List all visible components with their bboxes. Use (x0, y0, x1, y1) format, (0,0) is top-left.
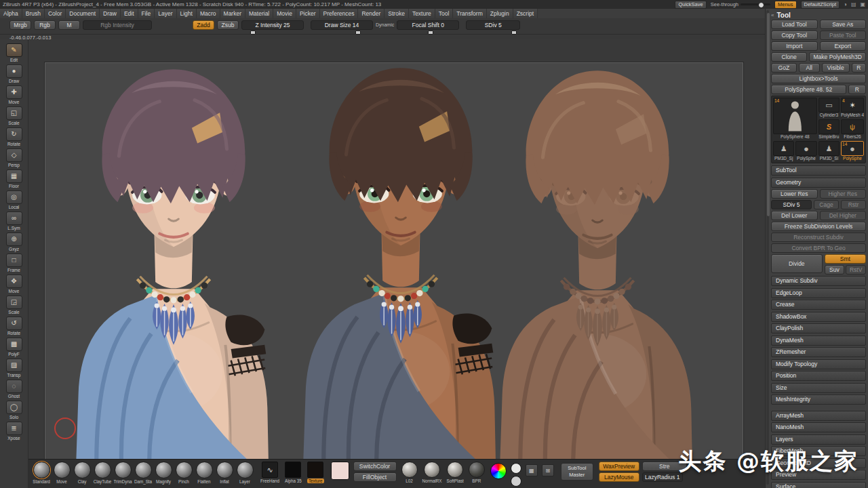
left-tool-button[interactable]: ● Draw (4, 63, 24, 84)
left-tool-button[interactable]: ≣ Xpose (4, 420, 24, 441)
subtool-section[interactable]: SubTool (771, 165, 866, 176)
menu-item[interactable]: Transform (453, 9, 486, 18)
palette-subsection[interactable]: DynaMesh (771, 336, 866, 346)
see-through-slider[interactable]: See-through (711, 1, 770, 7)
tool-thumbnail[interactable]: PM3D_Si (818, 141, 840, 161)
menu-item[interactable]: Marker (220, 9, 245, 18)
reconstruct-subdiv-button[interactable]: Reconstruct Subdiv (771, 232, 866, 242)
brush-button[interactable]: ClayTube (92, 462, 113, 484)
left-tool-button[interactable]: ◯ Solo (4, 399, 24, 420)
brush-button[interactable]: Clay (72, 462, 92, 484)
tool-thumbnail[interactable]: Cylinder3 (818, 98, 840, 118)
current-color-swatch[interactable] (331, 462, 349, 480)
palette-subsection[interactable]: Dynamic Subdiv (771, 276, 866, 286)
left-tool-button[interactable]: ◎ Local (4, 189, 24, 210)
sdiv-slider[interactable]: SDiv 5 (466, 20, 520, 30)
suv-button[interactable]: Suv (825, 265, 845, 274)
menu-item[interactable]: Color (45, 9, 66, 18)
sculpt-canvas[interactable] (45, 62, 743, 460)
smt-button[interactable]: Smt (825, 254, 866, 264)
menu-item[interactable]: Zscript (513, 9, 538, 18)
load-tool-button[interactable]: Load Tool (771, 20, 818, 29)
lightbox-tools-button[interactable]: Lightbox>Tools (771, 74, 866, 83)
menu-item[interactable]: Light (177, 9, 197, 18)
layout-icon[interactable]: ▤ (851, 1, 856, 7)
zsub-button[interactable]: Zsub (217, 20, 239, 30)
palette-section[interactable]: Layers (771, 434, 866, 445)
brush-button[interactable]: Pinch (174, 462, 194, 484)
left-tool-button[interactable]: ✥ Move (4, 273, 24, 294)
import-button[interactable]: Import (771, 41, 818, 51)
menu-item[interactable]: Tool (435, 9, 454, 18)
gradient-color-dot[interactable] (511, 476, 521, 487)
menu-item[interactable]: Layer (155, 9, 176, 18)
grid-icon[interactable]: ▣ (860, 1, 865, 7)
tool-thumbnail[interactable]: PolySphe (795, 141, 816, 161)
quicksave-button[interactable]: QuickSave (675, 1, 706, 9)
palette-subsection[interactable]: ShadowBox (771, 312, 866, 322)
menu-item[interactable]: Texture (409, 9, 435, 18)
menu-item[interactable]: Alpha (0, 9, 22, 18)
palette-section[interactable]: Preview (771, 470, 866, 480)
brush-button[interactable]: Move (52, 462, 72, 484)
material-selector[interactable]: SoftPlast (447, 462, 464, 483)
paste-tool-button[interactable]: Paste Tool (820, 30, 867, 40)
left-tool-button[interactable]: ▨ Transp (4, 357, 24, 378)
alpha-selector[interactable]: Alpha 35 (285, 462, 302, 483)
goz-visible-button[interactable]: Visible (822, 63, 850, 73)
palette-subsection[interactable]: Crease (771, 300, 866, 310)
palette-section[interactable]: Geometry HD (771, 458, 866, 468)
tool-thumbnail[interactable]: PM3D_Sj (773, 141, 794, 161)
theme-icon[interactable]: ◑ (844, 1, 847, 7)
menu-item[interactable]: File (138, 9, 155, 18)
palette-subsection[interactable]: ClayPolish (771, 323, 866, 333)
lazy-mouse-button[interactable]: LazyMouse (599, 472, 639, 482)
active-tool-button[interactable]: PolySphere 48. 52 (771, 85, 846, 94)
fill-object-button[interactable]: FillObject (353, 472, 397, 482)
left-tool-button[interactable]: ◇ Persp (4, 147, 24, 168)
left-tool-button[interactable]: ∞ L.Sym (4, 210, 24, 231)
rgb-intensity-slider[interactable]: Rgb Intensity (83, 20, 152, 30)
goz-r-button[interactable]: R (852, 63, 866, 73)
menu-item[interactable]: Draw (100, 9, 121, 18)
geometry-section[interactable]: Geometry (771, 178, 866, 188)
menu-item[interactable]: Zplugin (487, 9, 513, 18)
goz-button[interactable]: GoZ (771, 63, 797, 73)
menu-item[interactable]: Stroke (384, 9, 409, 18)
tool-thumbnail[interactable]: Fibers26 (841, 119, 864, 140)
menu-item[interactable]: Render (358, 9, 384, 18)
material-selector[interactable]: NormalRX (422, 462, 442, 483)
mini-icon-ruler[interactable]: ⊞ (542, 464, 554, 476)
default-zscript-button[interactable]: DefaultZScript (801, 1, 840, 9)
color-wheel[interactable] (490, 463, 507, 479)
palette-section[interactable]: ArrayMesh (771, 411, 866, 421)
m-button[interactable]: M (58, 20, 80, 30)
left-tool-button[interactable]: ◱ Scale (4, 105, 24, 126)
make-polymesh3d-button[interactable]: Make PolyMesh3D (809, 52, 866, 62)
material-selector[interactable]: L02 (401, 462, 418, 483)
mrgb-button[interactable]: Mrgb (9, 20, 31, 30)
brush-button[interactable]: Standard (31, 462, 52, 484)
lazy-radius-slider[interactable]: LazyRadius 1 (642, 472, 683, 482)
active-tool-thumbnail[interactable]: 14 PolySphere 48 (773, 98, 817, 140)
palette-subsection[interactable]: EdgeLoop (771, 288, 866, 298)
brush-button[interactable]: TrimDyna (113, 462, 133, 484)
export-button[interactable]: Export (820, 41, 867, 51)
stroke-selector[interactable]: ∿ FreeHand (260, 462, 279, 483)
left-tool-button[interactable]: ⊕ Gxyz (4, 231, 24, 252)
panel-scrollbar[interactable] (766, 10, 769, 485)
mini-icon-grid[interactable]: ▦ (526, 464, 538, 476)
save-as-button[interactable]: Save As (820, 20, 867, 29)
palette-subsection[interactable]: Position (771, 371, 866, 381)
rstv-button[interactable]: RstV (846, 265, 866, 274)
convert-bpr-button[interactable]: Convert BPR To Geo (771, 243, 866, 253)
stre-button[interactable]: Stre (642, 462, 687, 471)
brush-button[interactable]: Dam_Sta (133, 462, 153, 484)
rgb-button[interactable]: Rgb (34, 20, 56, 30)
brush-button[interactable]: Magnify (153, 462, 174, 484)
subtool-master-button[interactable]: SubTool Master (561, 463, 593, 481)
left-tool-button[interactable]: ↻ Rotate (4, 126, 24, 147)
tool-thumbnail[interactable]: 14PolySphe (841, 141, 864, 161)
left-tool-button[interactable]: ▦ Floor (4, 168, 24, 189)
left-tool-button[interactable]: ◲ Scale (4, 294, 24, 315)
